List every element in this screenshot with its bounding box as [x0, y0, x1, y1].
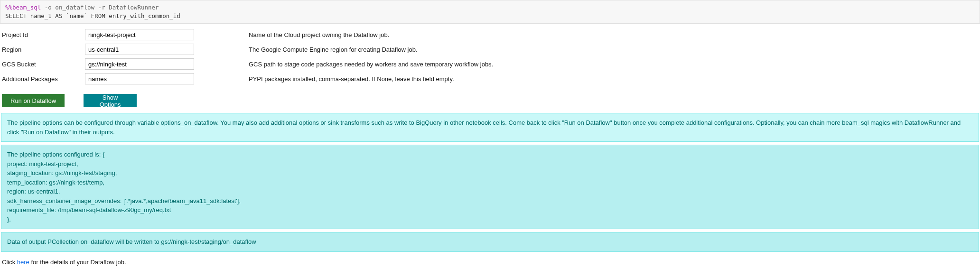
input-gcs-bucket[interactable]	[85, 58, 194, 70]
options-line: project: ningk-test-project,	[7, 159, 973, 169]
label-region: Region	[2, 46, 85, 53]
info-options-configured: The pipeline options configured is: { pr…	[1, 145, 979, 229]
label-gcs-bucket: GCS Bucket	[2, 61, 85, 68]
options-line: }.	[7, 215, 973, 224]
desc-additional-packages: PYPI packages installed, comma-separated…	[249, 75, 454, 83]
row-gcs-bucket: GCS Bucket GCS path to stage code packag…	[2, 58, 978, 70]
row-additional-packages: Additional Packages PYPI packages instal…	[2, 73, 978, 85]
footer-prefix: Click	[2, 259, 17, 266]
form-area: Project Id Name of the Cloud project own…	[0, 24, 980, 93]
desc-project-id: Name of the Cloud project owning the Dat…	[249, 31, 389, 38]
code-magic: %%beam_sql	[5, 4, 41, 11]
info-configure-note: The pipeline options can be configured t…	[1, 113, 979, 142]
button-row: Run on Dataflow Show Options	[0, 93, 980, 110]
label-additional-packages: Additional Packages	[2, 75, 85, 83]
code-opts: -o on_dataflow -r DataflowRunner	[41, 4, 159, 11]
desc-region: The Google Compute Engine region for cre…	[249, 46, 418, 53]
input-region[interactable]	[85, 44, 194, 55]
options-line: requirements_file: /tmp/beam-sql-dataflo…	[7, 205, 973, 215]
desc-gcs-bucket: GCS path to stage code packages needed b…	[249, 61, 493, 68]
footer-suffix: for the details of your Dataflow job.	[29, 259, 126, 266]
row-region: Region The Google Compute Engine region …	[2, 43, 978, 56]
options-line: temp_location: gs://ningk-test/temp,	[7, 178, 973, 187]
footer-line: Click here for the details of your Dataf…	[0, 255, 980, 268]
info-output-location: Data of output PCollection on_dataflow w…	[1, 232, 979, 252]
run-on-dataflow-button[interactable]: Run on Dataflow	[2, 94, 65, 107]
options-line: sdk_harness_container_image_overrides: […	[7, 196, 973, 206]
options-line: The pipeline options configured is: {	[7, 150, 973, 159]
code-sql: SELECT name_1 AS `name` FROM entry_with_…	[5, 12, 180, 19]
show-options-button[interactable]: Show Options	[84, 94, 137, 107]
options-line: region: us-central1,	[7, 187, 973, 196]
options-line: staging_location: gs://ningk-test/stagin…	[7, 168, 973, 178]
code-cell[interactable]: %%beam_sql -o on_dataflow -r DataflowRun…	[0, 0, 980, 24]
input-project-id[interactable]	[85, 29, 194, 40]
dataflow-job-link[interactable]: here	[17, 259, 29, 266]
row-project-id: Project Id Name of the Cloud project own…	[2, 28, 978, 41]
label-project-id: Project Id	[2, 31, 85, 38]
input-additional-packages[interactable]	[85, 73, 194, 84]
